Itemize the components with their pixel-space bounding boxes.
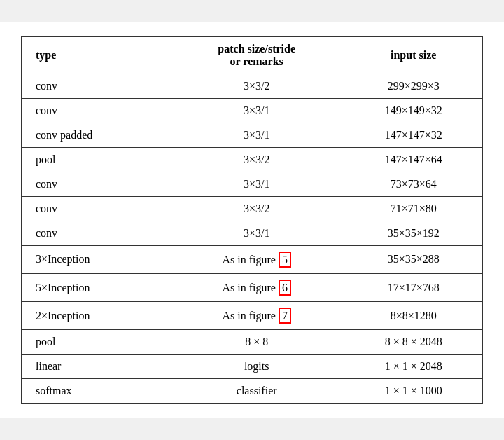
cell-type: conv <box>22 74 169 98</box>
cell-patch: 3×3/1 <box>169 123 344 147</box>
cell-input: 149×149×32 <box>344 98 483 123</box>
cell-input: 35×35×288 <box>344 245 483 273</box>
table-row: 3×InceptionAs in figure 535×35×288 <box>22 245 483 273</box>
table-container: type patch size/stride or remarks input … <box>0 22 504 419</box>
table-row: conv3×3/1149×149×32 <box>22 98 483 123</box>
cell-type: 5×Inception <box>22 273 169 301</box>
cell-input: 71×71×80 <box>344 196 483 221</box>
table-row: conv3×3/173×73×64 <box>22 172 483 196</box>
cell-type: conv <box>22 98 169 123</box>
header-patch-sub: or remarks <box>230 55 284 67</box>
table-row: softmaxclassifier1 × 1 × 1000 <box>22 379 483 404</box>
cell-input: 1 × 1 × 2048 <box>344 355 483 379</box>
patch-text: As in figure <box>222 310 278 322</box>
table-row: conv3×3/271×71×80 <box>22 196 483 221</box>
cell-type: conv padded <box>22 123 169 147</box>
cell-input: 73×73×64 <box>344 172 483 196</box>
cell-patch: classifier <box>169 379 344 404</box>
cell-patch: As in figure 6 <box>169 273 344 301</box>
architecture-table: type patch size/stride or remarks input … <box>21 36 483 404</box>
cell-type: conv <box>22 196 169 221</box>
header-patch-title: patch size/stride <box>218 43 295 55</box>
table-row: conv3×3/135×35×192 <box>22 221 483 245</box>
cell-type: softmax <box>22 379 169 404</box>
cell-input: 17×17×768 <box>344 273 483 301</box>
cell-patch: 3×3/2 <box>169 74 344 98</box>
cell-input: 147×147×32 <box>344 123 483 147</box>
header-input: input size <box>344 36 483 74</box>
table-row: linearlogits1 × 1 × 2048 <box>22 355 483 379</box>
header-type: type <box>22 36 169 74</box>
cell-patch: 3×3/1 <box>169 221 344 245</box>
cell-type: conv <box>22 172 169 196</box>
cell-type: 3×Inception <box>22 245 169 273</box>
cell-type: pool <box>22 147 169 172</box>
cell-patch: 3×3/1 <box>169 172 344 196</box>
cell-input: 35×35×192 <box>344 221 483 245</box>
cell-patch: 3×3/2 <box>169 147 344 172</box>
cell-type: conv <box>22 221 169 245</box>
table-row: conv padded3×3/1147×147×32 <box>22 123 483 147</box>
cell-patch: 8 × 8 <box>169 330 344 355</box>
cell-patch: As in figure 5 <box>169 245 344 273</box>
header-patch: patch size/stride or remarks <box>169 36 344 74</box>
patch-text: As in figure <box>222 254 278 266</box>
table-row: pool3×3/2147×147×64 <box>22 147 483 172</box>
patch-num-highlighted: 7 <box>279 308 291 324</box>
cell-patch: 3×3/2 <box>169 196 344 221</box>
table-row: pool8 × 88 × 8 × 2048 <box>22 330 483 355</box>
table-row: 5×InceptionAs in figure 617×17×768 <box>22 273 483 301</box>
cell-type: 2×Inception <box>22 302 169 330</box>
cell-patch: logits <box>169 355 344 379</box>
cell-patch: 3×3/1 <box>169 98 344 123</box>
patch-text: As in figure <box>222 282 278 294</box>
cell-input: 299×299×3 <box>344 74 483 98</box>
cell-type: pool <box>22 330 169 355</box>
cell-input: 8 × 8 × 2048 <box>344 330 483 355</box>
cell-input: 8×8×1280 <box>344 302 483 330</box>
header-row: type patch size/stride or remarks input … <box>22 36 483 74</box>
table-row: conv3×3/2299×299×3 <box>22 74 483 98</box>
cell-input: 1 × 1 × 1000 <box>344 379 483 404</box>
table-row: 2×InceptionAs in figure 78×8×1280 <box>22 302 483 330</box>
patch-num-highlighted: 6 <box>279 280 291 296</box>
cell-type: linear <box>22 355 169 379</box>
cell-patch: As in figure 7 <box>169 302 344 330</box>
patch-num-highlighted: 5 <box>279 252 291 268</box>
cell-input: 147×147×64 <box>344 147 483 172</box>
